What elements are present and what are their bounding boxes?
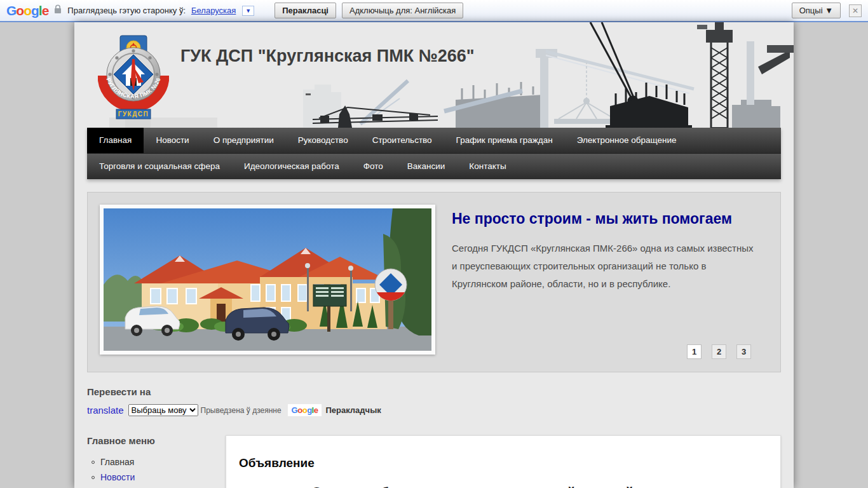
options-button[interactable]: Опцыі ▼ <box>792 3 841 18</box>
sidebar: Главное меню Главная Новости <box>87 435 219 488</box>
announcement-title: Объявление <box>239 456 768 470</box>
nav-item-reception-schedule[interactable]: График приема граждан <box>444 128 565 153</box>
nav-item-ideology[interactable]: Идеологическая работа <box>232 154 351 179</box>
close-icon[interactable]: ✕ <box>849 4 862 17</box>
company-logo[interactable]: "КРУГЛЯНСКАЯ ПМК №266" ГУКДСП <box>98 35 169 121</box>
translate-widget-heading: Перевести на <box>87 386 781 397</box>
nav-item-home[interactable]: Главная <box>87 128 144 153</box>
sidebar-menu: Главная Новости <box>87 454 219 485</box>
turn-off-translation-button[interactable]: Адключыць для: Англійская <box>342 3 463 18</box>
slide-title[interactable]: Не просто строим - мы жить помогаем <box>452 210 770 227</box>
pager-button-2[interactable]: 2 <box>712 344 726 359</box>
page-container: "КРУГЛЯНСКАЯ ПМК №266" ГУКДСП ГУК ДСП "К… <box>74 22 794 488</box>
lock-icon <box>54 4 62 17</box>
nav-item-photo[interactable]: Фото <box>351 154 395 179</box>
slide-photo[interactable] <box>100 205 435 355</box>
content-row: Главное меню Главная Новости Объявление … <box>87 435 781 488</box>
language-select[interactable]: Выбраць мову <box>128 404 198 416</box>
nav-item-electronic-appeal[interactable]: Электронное обращение <box>565 128 689 153</box>
pager-button-1[interactable]: 1 <box>687 344 702 359</box>
nav-item-trade-social[interactable]: Торговля и социальная сфера <box>87 154 232 179</box>
language-link[interactable]: Беларуская <box>191 6 236 15</box>
main-navigation: Главная Новости О предприятии Руководств… <box>87 128 781 179</box>
nav-item-about[interactable]: О предприятии <box>201 128 286 153</box>
nav-item-management[interactable]: Руководство <box>286 128 360 153</box>
bullet-icon <box>92 461 95 464</box>
announcement-card: Объявление Открытие банного комплекса и … <box>226 435 781 488</box>
nav-item-construction[interactable]: Строительство <box>360 128 444 153</box>
translate-widget-row: translate Выбраць мову Прыведзена ў дзея… <box>87 404 781 416</box>
sidebar-item-home[interactable]: Главная <box>87 454 219 470</box>
google-logo: Google <box>6 4 48 17</box>
slider-pagination: 1 2 3 <box>687 344 751 359</box>
construction-skyline-art <box>74 22 794 128</box>
sidebar-heading: Главное меню <box>87 435 219 446</box>
google-translator-label[interactable]: Перакладчык <box>325 405 381 415</box>
nav-row-1: Главная Новости О предприятии Руководств… <box>87 128 781 153</box>
nav-item-news[interactable]: Новости <box>144 128 201 153</box>
sidebar-item-news[interactable]: Новости <box>87 470 219 485</box>
slide-text: Сегодня ГУКДСП «Круглянская ПМК-266» одн… <box>452 240 761 292</box>
bullet-icon <box>92 476 95 479</box>
pager-button-3[interactable]: 3 <box>736 344 751 359</box>
hero-slider: Не просто строим - мы жить помогаем Сего… <box>87 192 781 372</box>
translate-button[interactable]: Перакласці <box>275 3 336 18</box>
nav-item-contacts[interactable]: Контакты <box>457 154 518 179</box>
google-logo-small[interactable]: Google <box>288 404 322 416</box>
translate-widget: Перевести на translate Выбраць мову Прыв… <box>87 386 781 416</box>
announcement-headline: Открытие банного комплекса и детской игр… <box>239 484 768 488</box>
nav-item-vacancies[interactable]: Вакансии <box>395 154 458 179</box>
site-title: ГУК ДСП "Круглянская ПМК №266" <box>180 46 475 66</box>
translate-link[interactable]: translate <box>87 405 124 416</box>
language-dropdown-button[interactable]: ▼ <box>242 6 254 16</box>
view-page-in-label: Праглядзець гэтую старонку ў: <box>67 6 186 15</box>
nav-row-2: Торговля и социальная сфера Идеологическ… <box>87 153 781 179</box>
google-translate-bar: Google Праглядзець гэтую старонку ў: Бел… <box>0 0 868 22</box>
powered-by-label: Прыведзена ў дзеянне <box>201 406 281 415</box>
logo-bottom-text: ГУКДСП <box>118 111 149 118</box>
site-header: "КРУГЛЯНСКАЯ ПМК №266" ГУКДСП ГУК ДСП "К… <box>74 22 794 128</box>
